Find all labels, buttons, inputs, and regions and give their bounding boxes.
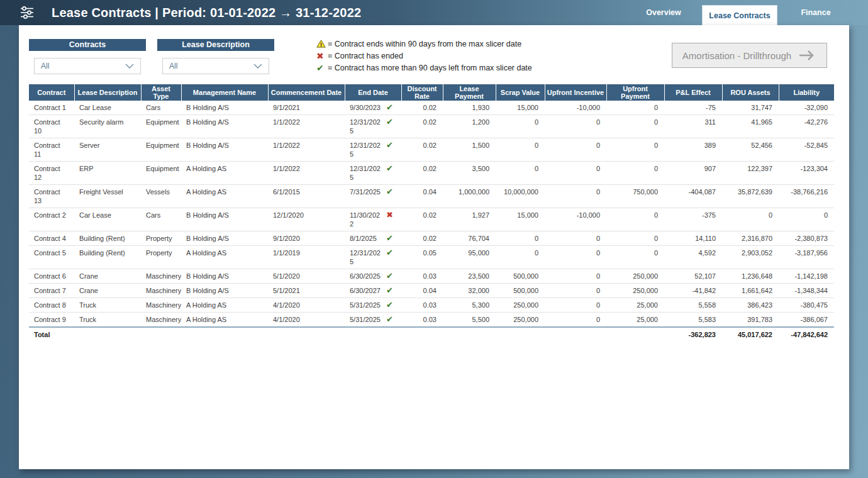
cell-commencement-date: 5/1/2021 [268, 284, 345, 298]
cell-end-date: 6/30/2027✔ [345, 284, 401, 298]
tab-finance[interactable]: Finance [778, 0, 854, 25]
cell-liability: -42,276 [779, 115, 834, 138]
column-header-p-l-effect[interactable]: P&L Effect [664, 84, 722, 101]
page-title: Lease Contracts | Period: 01-01-2022 → 3… [52, 6, 361, 20]
cell-lease-payment: 1,500 [443, 138, 496, 162]
legend-text: = Contract ends within 90 days from the … [328, 40, 521, 48]
table-row: Contract 8TruckMaschineryA Holding AS4/1… [29, 298, 834, 313]
cell-asset-type: Maschinery [141, 313, 181, 328]
cell-lease-description: Crane [74, 284, 141, 298]
cell-upfront-payment: 25,000 [606, 313, 664, 328]
cell-management-name: B Holding A/S [181, 208, 268, 231]
cell-asset-type: Vessels [141, 185, 181, 208]
check-icon: ✔ [386, 248, 393, 257]
cell-rou-assets: 1,236,648 [722, 269, 779, 284]
cell-commencement-date: 9/1/2021 [268, 101, 345, 115]
check-icon: ✔ [386, 272, 393, 280]
cell-lease-description: Truck [74, 313, 141, 328]
cell-lease-payment: 5,500 [443, 313, 496, 328]
cell-upfront-incentive: -10,000 [545, 208, 606, 231]
cell-asset-type: Equipment [141, 138, 181, 162]
cell-pnl-effect: 5,558 [664, 298, 722, 313]
cell-asset-type: Property [141, 231, 181, 246]
cell-lease-payment: 3,500 [443, 162, 496, 185]
cell-management-name: B Holding A/S [181, 115, 268, 138]
column-header-end-date[interactable]: End Date [345, 84, 401, 101]
cell-scrap-value: 500,000 [496, 269, 545, 284]
slicer-lease-description: Lease Description All [157, 39, 274, 74]
cell-upfront-payment: 0 [606, 101, 664, 115]
table-header-row: ContractLease DescriptionAsset TypeManag… [29, 84, 834, 101]
cross-icon: ✖ [316, 51, 328, 61]
column-header-rou-assets[interactable]: ROU Assets [722, 84, 779, 101]
table-row: Contract 1Car LeaseCarsB Holding A/S9/1/… [29, 101, 834, 115]
cell-pnl-effect: 389 [664, 138, 722, 162]
cell-end-date: 5/31/2025✔ [345, 298, 401, 313]
slicer-lease-description-dropdown[interactable]: All [162, 58, 269, 74]
cell-management-name: B Holding A/S [181, 231, 268, 246]
cell-upfront-incentive: 0 [545, 298, 606, 313]
column-header-commencement-date[interactable]: Commencement Date [268, 84, 345, 101]
cell-lease-payment: 95,000 [443, 246, 496, 269]
check-icon: ✔ [386, 118, 393, 126]
cell-pnl-effect: -404,087 [664, 185, 722, 208]
cell-upfront-payment: 750,000 [606, 185, 664, 208]
check-icon: ✔ [386, 103, 393, 111]
cell-pnl-effect: 5,583 [664, 313, 722, 328]
cell-end-date: 12/31/2025✔ [345, 246, 401, 269]
column-header-upfront-payment[interactable]: Upfront Payment [606, 84, 664, 101]
cell-management-name: B Holding A/S [181, 284, 268, 298]
cell-upfront-incentive: 0 [545, 162, 606, 185]
cell-lease-payment: 76,704 [443, 231, 496, 246]
amortisation-drillthrough-button[interactable]: Amortisation - Drillthrough [672, 43, 827, 68]
cell-scrap-value: 250,000 [496, 298, 545, 313]
cell-scrap-value: 250,000 [496, 313, 545, 328]
column-header-upfront-incentive[interactable]: Upfront Incentive [545, 84, 606, 101]
tab-overview[interactable]: Overview [626, 0, 701, 25]
slicer-contracts-value: All [41, 62, 49, 70]
column-header-lease-description[interactable]: Lease Description [74, 84, 141, 101]
cell-liability: -38,766,216 [779, 185, 834, 208]
drillthrough-button-label: Amortisation - Drillthrough [682, 50, 791, 61]
slicer-lease-description-header: Lease Description [157, 39, 274, 51]
cell-commencement-date: 1/1/2022 [268, 115, 345, 138]
total-label: Total [29, 327, 74, 342]
cell-commencement-date: 1/1/2019 [268, 246, 345, 269]
cell-rou-assets: 35,872,639 [722, 185, 779, 208]
cell-contract: Contract 1 [29, 101, 74, 115]
cell-upfront-payment: 250,000 [606, 269, 664, 284]
cell-asset-type: Cars [141, 101, 181, 115]
cell-management-name: A Holding AS [181, 313, 268, 328]
check-icon: ✔ [386, 234, 393, 242]
cell-lease-description: Security alarm [74, 115, 141, 138]
table-row: Contract 10Security alarmEquipmentB Hold… [29, 115, 834, 138]
cell-liability: -123,304 [779, 162, 834, 185]
cell-lease-description: Car Lease [74, 101, 141, 115]
legend-text: = Contract has ended [328, 52, 403, 60]
cell-management-name: B Holding A/S [181, 269, 268, 284]
column-header-management-name[interactable]: Management Name [181, 84, 268, 101]
cell-contract: Contract 13 [29, 185, 74, 208]
cell-lease-payment: 1,200 [443, 115, 496, 138]
legend-item: ✖ = Contract has ended [316, 50, 532, 62]
warning-icon: ! [316, 40, 328, 48]
column-header-scrap-value[interactable]: Scrap Value [496, 84, 545, 101]
slicer-contracts-dropdown[interactable]: All [34, 58, 141, 74]
tab-lease-contracts[interactable]: Lease Contracts [702, 5, 777, 25]
cell-commencement-date: 5/1/2020 [268, 269, 345, 284]
cell-end-date: 8/1/2025✔ [345, 231, 401, 246]
cell-lease-description: Freight Vessel [74, 185, 141, 208]
cell-upfront-payment: 0 [606, 115, 664, 138]
column-header-lease-payment[interactable]: Lease Payment [443, 84, 496, 101]
cell-pnl-effect: 52,107 [664, 269, 722, 284]
report-canvas: Contracts All Lease Description All ! = … [19, 25, 849, 469]
column-header-asset-type[interactable]: Asset Type [141, 84, 181, 101]
cell-upfront-payment: 0 [606, 138, 664, 162]
column-header-contract[interactable]: Contract [29, 84, 74, 101]
column-header-liability[interactable]: Liability [779, 84, 834, 101]
slicer-contracts-header: Contracts [29, 39, 146, 51]
cell-lease-description: Building (Rent) [74, 246, 141, 269]
sliders-icon [19, 4, 35, 21]
cell-discount-rate: 0.02 [401, 231, 443, 246]
column-header-discount-rate[interactable]: Discount Rate [401, 84, 443, 101]
